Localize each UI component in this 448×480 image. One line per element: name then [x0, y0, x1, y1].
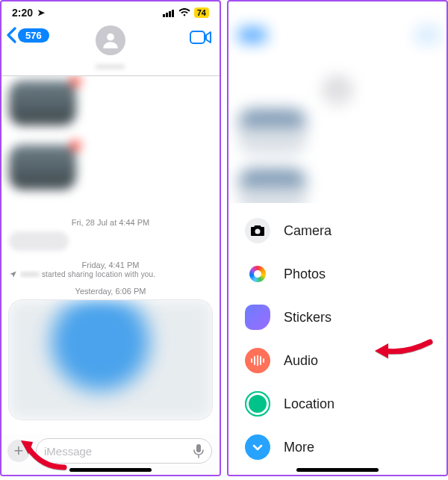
- battery-badge: 74: [194, 7, 209, 18]
- conversation-header: 576 ••••••••: [1, 24, 220, 76]
- message-attachment[interactable]: [9, 300, 212, 420]
- svg-point-7: [335, 84, 341, 91]
- menu-item-more[interactable]: More: [245, 434, 447, 460]
- location-arrow-icon: [9, 270, 17, 278]
- menu-item-photos[interactable]: Photos: [245, 261, 447, 287]
- message-bubble[interactable]: [9, 81, 76, 125]
- svg-point-8: [255, 229, 261, 234]
- facetime-button[interactable]: [190, 27, 212, 45]
- svg-rect-0: [163, 14, 165, 17]
- wifi-icon: [178, 8, 190, 17]
- messages-scroll[interactable]: Fri, 28 Jul at 4:44 PM Friday, 4:41 PM •…: [1, 76, 220, 434]
- home-indicator[interactable]: [296, 468, 379, 472]
- svg-rect-3: [172, 10, 174, 17]
- contact-avatar[interactable]: [96, 25, 125, 55]
- camera-icon: [245, 218, 270, 243]
- contact-name: ••••••••: [96, 62, 125, 71]
- status-bar: 2:20 ➤ 74: [1, 1, 220, 24]
- menu-label: Photos: [284, 267, 326, 282]
- menu-label: Stickers: [284, 310, 332, 325]
- plus-button[interactable]: +: [7, 440, 30, 462]
- svg-rect-2: [169, 11, 171, 17]
- menu-item-stickers[interactable]: Stickers: [245, 305, 447, 330]
- svg-rect-1: [166, 13, 168, 17]
- chevron-left-icon: [6, 27, 16, 43]
- menu-label: Audio: [284, 353, 318, 369]
- photos-icon: [245, 261, 270, 287]
- location-icon: [245, 391, 270, 417]
- input-placeholder: iMessage: [44, 445, 92, 458]
- menu-label: Camera: [284, 223, 332, 239]
- timestamp: Yesterday, 6:06 PM: [1, 287, 220, 296]
- menu-label: Location: [284, 396, 335, 412]
- svg-point-4: [107, 34, 114, 41]
- menu-label: More: [284, 440, 314, 455]
- timestamp: Friday, 4:41 PM: [1, 261, 220, 269]
- stickers-icon: [245, 305, 270, 330]
- mic-icon: [193, 443, 204, 458]
- system-message: ••••••• started sharing location with yo…: [9, 270, 212, 278]
- svg-rect-5: [190, 31, 205, 43]
- more-icon: [245, 434, 270, 460]
- timestamp: Fri, 28 Jul at 4:44 PM: [1, 218, 220, 227]
- apps-menu: Camera Photos Stickers Audio Location Mo…: [228, 218, 447, 460]
- unread-badge: 576: [18, 28, 49, 43]
- menu-item-location[interactable]: Location: [245, 391, 447, 417]
- location-arrow-icon: ➤: [37, 7, 45, 18]
- back-button[interactable]: 576: [6, 27, 49, 43]
- menu-item-camera[interactable]: Camera: [245, 218, 447, 243]
- status-time: 2:20: [12, 7, 33, 19]
- menu-item-audio[interactable]: Audio: [245, 348, 447, 373]
- plus-icon: +: [14, 441, 24, 461]
- svg-rect-6: [196, 444, 201, 452]
- message-bubble[interactable]: [9, 145, 76, 190]
- audio-icon: [245, 348, 270, 373]
- cell-signal-icon: [163, 9, 175, 17]
- message-input[interactable]: iMessage: [36, 438, 212, 464]
- home-indicator[interactable]: [69, 468, 152, 472]
- message-bubble[interactable]: [9, 231, 69, 251]
